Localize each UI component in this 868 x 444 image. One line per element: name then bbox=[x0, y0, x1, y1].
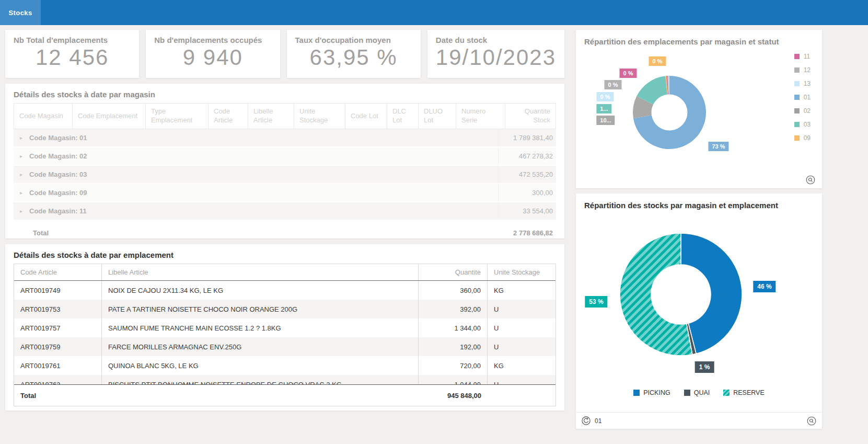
row-label: Code Magasin: 09 bbox=[29, 189, 87, 197]
expand-icon[interactable]: ▸ bbox=[20, 172, 22, 177]
kpi-card-2: Taux d'occupation moyen63,95 % bbox=[287, 30, 421, 78]
table-magasin-header: Code MagasinCode EmplacementType Emplace… bbox=[14, 103, 556, 129]
table-magasin-card: Détails des stocks à date par magasin Co… bbox=[5, 84, 564, 238]
legend-item-01[interactable]: 01 bbox=[794, 90, 811, 104]
legend-item-03[interactable]: 03 bbox=[794, 118, 811, 131]
cell: ART0019753 bbox=[14, 300, 102, 318]
dashboard-page: Nb Total d'emplacements12 456Nb d'emplac… bbox=[0, 25, 868, 444]
cell: KG bbox=[488, 356, 555, 375]
legend-swatch bbox=[794, 81, 800, 86]
column-header-8[interactable]: DLUO Lot bbox=[419, 104, 456, 129]
table-row[interactable]: ▸Code Magasin: 011 789 381,40 bbox=[14, 129, 556, 147]
donut-emplacements bbox=[576, 30, 822, 188]
legend-label: QUAI bbox=[694, 389, 710, 396]
column-header-2[interactable]: Type Emplacement bbox=[146, 104, 209, 129]
kpi-card-3: Date du stock19/10/2023 bbox=[427, 30, 564, 78]
total-label: Total bbox=[33, 229, 49, 237]
table-row[interactable]: ▸Code Magasin: 02467 278,32 bbox=[14, 147, 556, 166]
cell: 392,00 bbox=[419, 300, 488, 318]
kpi-title: Taux d'occupation moyen bbox=[295, 36, 412, 44]
expand-icon[interactable]: ▸ bbox=[20, 135, 22, 141]
tab-stocks[interactable]: Stocks bbox=[0, 0, 41, 25]
kpi-value: 12 456 bbox=[14, 45, 131, 70]
cell: U bbox=[488, 318, 555, 337]
column-header-1[interactable]: Libelle Article bbox=[102, 264, 419, 280]
cell: QUINOA BLANC 5KG, LE KG bbox=[102, 356, 419, 375]
cell: SAUMON FUME TRANCHE MAIN ECOSSE 1.2 ? 1.… bbox=[102, 318, 419, 337]
row-value: 467 278,32 bbox=[498, 147, 556, 165]
legend-label: 03 bbox=[804, 121, 811, 128]
column-header-3[interactable]: Unite Stockage bbox=[488, 264, 555, 280]
kpi-title: Nb Total d'emplacements bbox=[14, 36, 131, 44]
legend-label: 11 bbox=[804, 53, 810, 60]
cell: ART0019761 bbox=[14, 356, 102, 375]
legend-label: 12 bbox=[804, 66, 811, 74]
column-header-7[interactable]: DLC Lot bbox=[387, 104, 419, 129]
legend-item-QUAI[interactable]: QUAI bbox=[684, 389, 710, 396]
column-header-0[interactable]: Code Magasin bbox=[14, 104, 73, 129]
table-row[interactable]: ART0019749NOIX DE CAJOU 2X11.34 KG, LE K… bbox=[14, 281, 555, 300]
column-header-9[interactable]: Numero Serie bbox=[456, 104, 505, 129]
legend-swatch bbox=[723, 390, 730, 396]
cell: PATE A TARTINER NOISETTE CHOCO NOIR ORAN… bbox=[102, 300, 419, 318]
column-header-5[interactable]: Unite Stockage bbox=[294, 104, 345, 129]
legend-item-09[interactable]: 09 bbox=[794, 131, 811, 145]
table-row[interactable]: ART0019761QUINOA BLANC 5KG, LE KG720,00K… bbox=[14, 356, 555, 375]
cell: KG bbox=[488, 281, 555, 300]
table-emplacement: Code ArticleLibelle ArticleQuantiteUnite… bbox=[14, 264, 556, 406]
column-header-2[interactable]: Quantite bbox=[419, 264, 488, 280]
legend-item-RESERVE[interactable]: RESERVE bbox=[723, 389, 765, 396]
drill-footer: 01 bbox=[576, 412, 822, 429]
cell: U bbox=[488, 337, 555, 356]
drill-up-icon[interactable] bbox=[581, 416, 591, 426]
expand-icon[interactable]: ▸ bbox=[20, 153, 22, 159]
column-header-4[interactable]: Libelle Article bbox=[248, 104, 294, 129]
legend-swatch bbox=[633, 390, 640, 396]
table-magasin-title: Détails des stocks à date par magasin bbox=[14, 90, 556, 99]
expand-icon[interactable]: ▸ bbox=[20, 190, 22, 196]
table-row[interactable]: ▸Code Magasin: 1133 554,00 bbox=[14, 202, 556, 221]
column-header-6[interactable]: Code Lot bbox=[345, 104, 387, 129]
cell: ART0019759 bbox=[14, 337, 102, 356]
kpi-card-1: Nb d'emplacements occupés9 940 bbox=[146, 30, 280, 78]
legend-item-11[interactable]: 11 bbox=[794, 50, 811, 63]
legend-swatch bbox=[794, 108, 800, 113]
legend-item-PICKING[interactable]: PICKING bbox=[633, 389, 670, 396]
column-header-1[interactable]: Code Emplacement bbox=[73, 104, 146, 129]
focus-mode-icon[interactable] bbox=[805, 175, 816, 185]
legend-item-02[interactable]: 02 bbox=[794, 104, 811, 118]
legend-swatch bbox=[794, 135, 800, 141]
row-label: Code Magasin: 02 bbox=[29, 152, 87, 160]
legend-swatch bbox=[794, 122, 800, 127]
column-header-10[interactable]: Quantite Stock bbox=[505, 104, 555, 129]
table-emplacement-card: Détails des stocks à date par emplacemen… bbox=[5, 244, 564, 411]
cell: 720,00 bbox=[419, 356, 488, 375]
column-header-3[interactable]: Code Article bbox=[209, 104, 248, 129]
column-header-0[interactable]: Code Article bbox=[14, 264, 102, 280]
table-emplacement-header: Code ArticleLibelle ArticleQuantiteUnite… bbox=[14, 264, 555, 281]
legend-label: RESERVE bbox=[733, 389, 765, 396]
table-emplacement-body[interactable]: ART0019749NOIX DE CAJOU 2X11.34 KG, LE K… bbox=[14, 281, 555, 384]
table-row[interactable]: ▸Code Magasin: 09300,00 bbox=[14, 184, 556, 202]
kpi-value: 63,95 % bbox=[295, 45, 412, 70]
table-row[interactable]: ART0019753PATE A TARTINER NOISETTE CHOCO… bbox=[14, 300, 555, 318]
kpi-title: Nb d'emplacements occupés bbox=[154, 36, 271, 44]
total-label: Total bbox=[14, 392, 102, 400]
legend-label: 02 bbox=[804, 107, 811, 115]
legend-magasins: 11121301020309 bbox=[794, 50, 811, 145]
total-value: 945 848,00 bbox=[419, 392, 488, 400]
legend-item-13[interactable]: 13 bbox=[794, 77, 811, 90]
focus-mode-icon[interactable] bbox=[806, 416, 817, 426]
legend-swatch bbox=[684, 390, 690, 396]
table-row[interactable]: ART0019757SAUMON FUME TRANCHE MAIN ECOSS… bbox=[14, 318, 555, 337]
table-row[interactable]: ART0019759FARCE MORILLES ARMAGNAC ENV.25… bbox=[14, 337, 555, 356]
legend-swatch bbox=[794, 54, 800, 59]
legend-item-12[interactable]: 12 bbox=[794, 63, 811, 77]
kpi-row: Nb Total d'emplacements12 456Nb d'emplac… bbox=[5, 30, 564, 78]
table-row[interactable]: ART0019763BISCUITS PTIT BONHOMME NOISETT… bbox=[14, 375, 555, 384]
row-value: 33 554,00 bbox=[498, 202, 556, 220]
table-row[interactable]: ▸Code Magasin: 03472 535,20 bbox=[14, 166, 556, 184]
kpi-title: Date du stock bbox=[436, 36, 556, 44]
cell: ART0019757 bbox=[14, 318, 102, 337]
expand-icon[interactable]: ▸ bbox=[20, 208, 22, 214]
